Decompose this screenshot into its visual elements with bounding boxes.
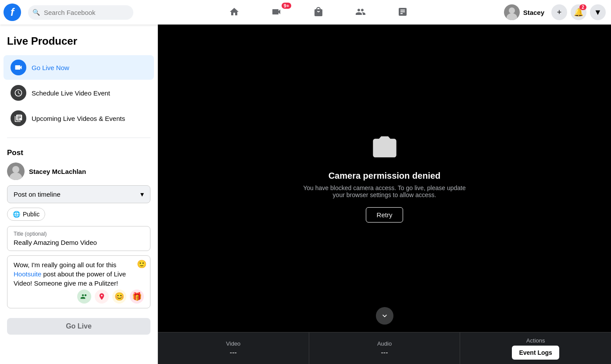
collapse-button[interactable] (376, 307, 393, 325)
post-target-label: Post on timeline (14, 191, 61, 198)
search-input[interactable] (28, 5, 133, 20)
title-input-container[interactable]: Title (optional) Really Amazing Demo Vid… (7, 226, 150, 251)
go-live-icon (11, 60, 26, 75)
nav-marketplace[interactable] (297, 0, 339, 25)
camera-icon (371, 134, 399, 162)
search-icon: 🔍 (32, 9, 40, 16)
video-stat: Video --- (158, 332, 309, 364)
location-icon[interactable] (95, 290, 109, 304)
privacy-label: Public (23, 211, 39, 218)
main-content: Camera permission denied You have blocke… (158, 25, 611, 364)
pages-icon (397, 7, 408, 17)
sidebar-item-go-live[interactable]: Go Live Now (4, 55, 154, 80)
audio-stat: Audio --- (309, 332, 461, 364)
emoji-button[interactable]: 🙂 (137, 259, 146, 269)
groups-icon (355, 7, 366, 17)
camera-icon-container (371, 134, 399, 164)
schedule-label: Schedule Live Video Event (32, 89, 110, 97)
divider-1 (7, 138, 150, 138)
permission-desc: You have blocked camera access. To go li… (297, 184, 472, 198)
nav-user-profile[interactable]: Stacey (500, 3, 548, 22)
nav-center-icons: 9+ (137, 0, 500, 25)
upcoming-icon (11, 110, 26, 126)
nav-home[interactable] (213, 0, 255, 25)
schedule-icon (11, 85, 26, 101)
avatar-image (504, 4, 520, 20)
hootsuite-link[interactable]: Hootsuite (14, 270, 41, 278)
post-section: Stacey McLachlan Post on timeline ▾ 🌐 Pu… (0, 163, 157, 335)
stats-row: Video --- Audio --- Actions Event Logs (158, 332, 611, 364)
upcoming-label: Upcoming Live Videos & Events (32, 115, 125, 122)
video-label: Video (226, 340, 240, 347)
main-layout: Live Producer Go Live Now Schedule Live … (0, 25, 611, 364)
retry-button[interactable]: Retry (366, 207, 404, 223)
post-target-dropdown[interactable]: Post on timeline ▾ (7, 185, 150, 203)
top-navigation: f 🔍 9+ (0, 0, 611, 25)
go-live-label: Go Live Now (32, 64, 69, 71)
search-container: 🔍 (28, 5, 133, 20)
title-value[interactable]: Really Amazing Demo Video (14, 239, 144, 246)
post-section-title: Post (0, 145, 157, 163)
marketplace-icon (313, 7, 324, 17)
feeling-icon[interactable]: 😊 (112, 290, 126, 304)
tag-friends-icon[interactable] (77, 290, 91, 304)
sidebar-title: Live Producer (0, 32, 157, 54)
fb-logo-container[interactable]: f (0, 0, 25, 25)
notifications-button[interactable]: 🔔 2 (571, 4, 586, 20)
gif-icon[interactable]: 🎁 (130, 290, 144, 304)
user-name-label: Stacey (523, 9, 544, 16)
privacy-button[interactable]: 🌐 Public (7, 208, 45, 221)
video-badge: 9+ (282, 3, 292, 9)
notifications-badge: 2 (579, 4, 586, 10)
video-icon (271, 7, 282, 17)
bottom-bar: Video --- Audio --- Actions Event Logs (158, 332, 611, 364)
title-label: Title (optional) (14, 231, 144, 237)
description-container: Wow, I'm really going all out for this H… (7, 255, 150, 308)
svg-point-1 (509, 7, 515, 14)
globe-icon: 🌐 (13, 211, 20, 218)
permission-title: Camera permission denied (329, 171, 441, 181)
sidebar-item-schedule[interactable]: Schedule Live Video Event (4, 81, 154, 105)
home-icon (229, 7, 239, 17)
nav-right-section: Stacey + 🔔 2 ▼ (500, 3, 606, 22)
post-action-icons: 😊 🎁 (14, 288, 144, 304)
facebook-logo: f (4, 4, 21, 21)
description-text: Wow, I'm really going all out for this H… (14, 260, 144, 288)
menu-button[interactable]: ▼ (590, 4, 606, 20)
nav-video[interactable]: 9+ (255, 0, 297, 25)
chevron-down-icon: ▾ (140, 190, 144, 198)
audio-label: Audio (377, 340, 392, 347)
go-live-button[interactable]: Go Live (7, 318, 150, 335)
avatar (504, 4, 520, 20)
user-row: Stacey McLachlan (7, 163, 150, 180)
add-button[interactable]: + (551, 4, 567, 20)
audio-value: --- (381, 349, 388, 357)
video-value: --- (230, 349, 237, 357)
svg-point-4 (12, 166, 19, 173)
actions-stat: Actions Event Logs (460, 332, 611, 364)
video-area: Camera permission denied You have blocke… (158, 25, 611, 332)
nav-pages[interactable] (382, 0, 424, 25)
post-user-avatar (7, 163, 25, 180)
event-logs-button[interactable]: Event Logs (512, 346, 559, 360)
sidebar-item-upcoming[interactable]: Upcoming Live Videos & Events (4, 106, 154, 131)
sidebar: Live Producer Go Live Now Schedule Live … (0, 25, 158, 364)
nav-groups[interactable] (339, 0, 382, 25)
chevron-down-icon (380, 311, 389, 320)
post-user-name: Stacey McLachlan (29, 168, 86, 175)
actions-label: Actions (526, 337, 545, 344)
